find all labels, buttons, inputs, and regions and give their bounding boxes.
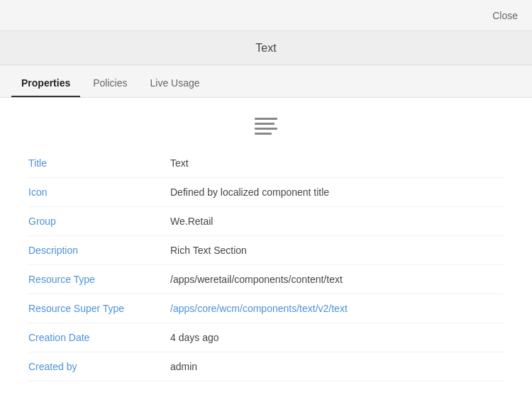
- table-row: TitleText: [28, 149, 504, 178]
- icon-line-3: [255, 128, 277, 130]
- table-row: IconDefined by localized component title: [28, 178, 504, 207]
- page-title: Text: [255, 42, 276, 55]
- header-section: Text: [0, 31, 532, 65]
- prop-label-title: Title: [28, 157, 170, 169]
- tab-live-usage[interactable]: Live Usage: [140, 70, 210, 97]
- table-row: GroupWe.Retail: [28, 207, 504, 236]
- icon-line-1: [255, 118, 277, 120]
- prop-value-group: We.Retail: [170, 216, 504, 227]
- prop-label-icon: Icon: [28, 186, 170, 198]
- prop-value-created-by: admin: [170, 361, 504, 372]
- prop-label-resource-super-type: Resource Super Type: [28, 303, 170, 314]
- properties-table: TitleTextIconDefined by localized compon…: [0, 149, 532, 396]
- prop-value-icon: Defined by localized component title: [170, 186, 504, 198]
- tab-policies[interactable]: Policies: [83, 70, 137, 97]
- prop-value-resource-type: /apps/weretail/components/content/text: [170, 274, 504, 285]
- prop-label-resource-type: Resource Type: [28, 274, 170, 285]
- prop-label-created-by: Created by: [28, 361, 170, 372]
- close-button[interactable]: Close: [492, 10, 518, 21]
- table-row: Resource Type/apps/weretail/components/c…: [28, 265, 504, 294]
- top-bar: Close: [0, 0, 532, 31]
- table-row: Creation Date4 days ago: [28, 323, 504, 352]
- tabs-bar: Properties Policies Live Usage: [0, 65, 532, 98]
- prop-value-resource-super-type[interactable]: /apps/core/wcm/components/text/v2/text: [170, 303, 504, 314]
- table-row: Created byadmin: [28, 352, 504, 381]
- content-area: TitleTextIconDefined by localized compon…: [0, 98, 532, 407]
- prop-label-description: Description: [28, 245, 170, 256]
- text-lines-icon: [255, 118, 277, 135]
- prop-value-description: Rich Text Section: [170, 245, 504, 256]
- icon-line-4: [255, 133, 272, 135]
- prop-value-creation-date: 4 days ago: [170, 332, 504, 343]
- icon-line-2: [255, 123, 275, 125]
- prop-label-creation-date: Creation Date: [28, 332, 170, 343]
- prop-value-title: Text: [170, 157, 504, 169]
- prop-label-group: Group: [28, 216, 170, 227]
- component-icon-section: [0, 98, 532, 149]
- table-row: DescriptionRich Text Section: [28, 236, 504, 265]
- table-row: Resource Super Type/apps/core/wcm/compon…: [28, 294, 504, 323]
- tab-properties[interactable]: Properties: [11, 70, 80, 97]
